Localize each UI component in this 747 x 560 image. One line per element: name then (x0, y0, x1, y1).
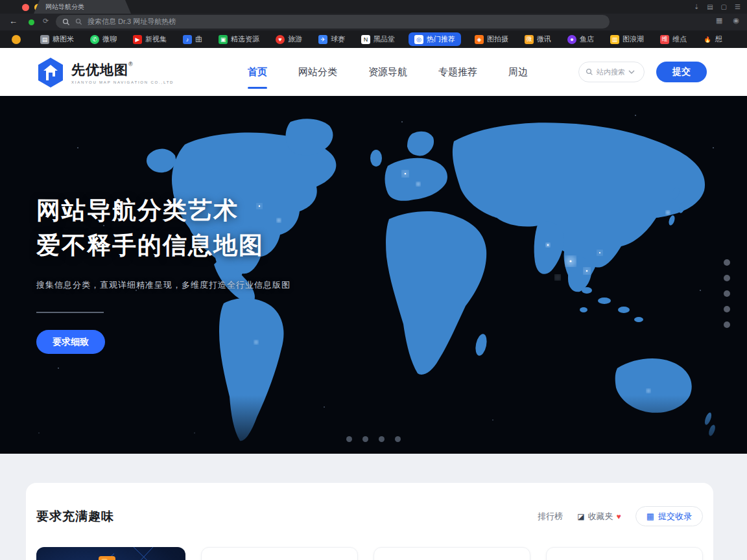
status-dot-icon (29, 19, 34, 25)
feature-image-card[interactable] (36, 547, 185, 560)
header-search-select[interactable]: 站内搜索 (578, 62, 645, 82)
carousel-dot[interactable] (346, 436, 352, 442)
bookmark-label: 新视集 (145, 34, 167, 44)
toolbar-icon[interactable]: ◉ (733, 16, 739, 25)
carousel-dot[interactable] (379, 436, 385, 442)
browser-tab[interactable]: 网站导航分类 (34, 0, 131, 14)
search-label: 站内搜索 (597, 67, 625, 77)
search-icon-small (75, 18, 82, 25)
bookmark-favicon: N (361, 35, 370, 44)
browser-icon[interactable]: ⇣ (694, 2, 699, 12)
bookmark-item[interactable]: ✈ 球赛 (316, 32, 348, 46)
bookmark-item[interactable]: ▣ 精选资源 (216, 32, 262, 46)
side-dot[interactable] (724, 290, 730, 297)
bookmark-favicon: ▣ (219, 35, 228, 44)
browser-icon[interactable]: ▢ (721, 2, 727, 12)
content-area: 要求充满趣味 排行榜 ◪ 收藏夹 ♥ ▦ 提交收录 (0, 454, 747, 560)
bookmark-item[interactable]: 维 维点 (658, 32, 689, 46)
bookmark-item[interactable] (9, 33, 27, 46)
bookmark-label: 黑品堂 (374, 34, 395, 44)
bookmark-item[interactable]: ✆ 微聊 (88, 32, 119, 46)
bookmark-label: 热门推荐 (427, 34, 455, 44)
3d-render-graphic (36, 547, 185, 560)
favorites-link[interactable]: ◪ 收藏夹 ♥ (577, 511, 621, 522)
submit-site-button[interactable]: ▦ 提交收录 (635, 506, 703, 526)
hero-side-dots (724, 259, 730, 328)
bookmark-favicon: ♪ (183, 35, 192, 44)
bookmark-favicon: ◎ (414, 35, 423, 44)
bookmark-item[interactable]: ▤ 糖图米 (38, 32, 77, 46)
browser-icon[interactable]: ▤ (707, 2, 713, 12)
section-header: 要求充满趣味 排行榜 ◪ 收藏夹 ♥ ▦ 提交收录 (36, 506, 703, 526)
bookmark-item[interactable]: 🔥 想 (700, 32, 725, 46)
search-icon (586, 68, 593, 76)
reload-icon[interactable]: ⟳ (43, 17, 49, 25)
bookmark-favicon (12, 35, 21, 44)
bookmark-item[interactable]: ▥ 图浪潮 (608, 32, 646, 46)
hero-title-line2: 爱不释手的信息地图 (36, 228, 290, 263)
bookmark-label: 微聊 (102, 34, 117, 44)
bookmark-item[interactable]: ● 鱼店 (565, 32, 597, 46)
side-dot[interactable] (724, 275, 730, 281)
feature-card[interactable]: 细节目录 (374, 547, 530, 560)
nav-item[interactable]: 首页 (246, 61, 268, 84)
bookmark-label: 微讯 (537, 34, 551, 44)
nav-item[interactable]: 资源导航 (367, 61, 409, 84)
logo-name: 先优地图 (71, 62, 128, 77)
carousel-dot[interactable] (395, 436, 401, 442)
hero-cta-button[interactable]: 要求细致 (36, 330, 105, 354)
hero-title-line1: 网站导航分类艺术 (36, 193, 290, 228)
favicon-glyph: ✈ (320, 36, 326, 43)
browser-toolbar: ← ⟳ 搜索信息 Dr.3 网址导航热榜 ▦◉ (0, 14, 747, 30)
bookmark-label: 想 (715, 34, 722, 44)
close-window-button[interactable] (22, 4, 29, 11)
bookmark-favicon: ✈ (318, 35, 327, 44)
url-text: 搜索信息 Dr.3 网址导航热榜 (88, 17, 176, 27)
tab-title: 网站导航分类 (45, 3, 84, 12)
feature-card[interactable]: 造物指南 (201, 547, 358, 560)
favicon-glyph: ▤ (42, 36, 48, 43)
bookmark-item[interactable]: ◈ 图拍摄 (472, 32, 511, 46)
side-dot[interactable] (724, 321, 730, 328)
bookmark-favicon: ▶ (133, 35, 142, 44)
bookmark-label: 维点 (672, 34, 687, 44)
nav-item[interactable]: 网站分类 (297, 61, 338, 84)
search-icon (62, 18, 70, 26)
bookmark-item[interactable]: N 黑品堂 (359, 32, 397, 46)
toolbar-icon[interactable]: ▦ (716, 16, 722, 25)
hero-subtitle: 搜集信息分类，直观详细精准呈现，多维度打造全行业信息版图 (36, 279, 290, 291)
submit-button[interactable]: 提交 (656, 62, 707, 82)
side-dot[interactable] (724, 259, 730, 266)
favicon-glyph: 微 (527, 35, 532, 43)
feature-card[interactable]: 细节清晰 (546, 547, 703, 560)
bookmark-favicon: ♥ (276, 35, 285, 44)
toolbar-right-icons: ▦◉ (716, 16, 739, 25)
bookmark-item[interactable]: ♥ 旅游 (273, 32, 305, 46)
bookmark-item[interactable]: 微 微讯 (522, 32, 554, 46)
url-bar[interactable]: 搜索信息 Dr.3 网址导航热榜 (56, 15, 610, 29)
bookmark-item[interactable]: ◎ 热门推荐 (409, 32, 461, 46)
bookmark-label: 鱼店 (580, 34, 594, 44)
hero-bottom-fade (0, 395, 747, 454)
bookmark-label: 图浪潮 (622, 34, 644, 44)
favicon-glyph: 🔥 (704, 36, 711, 43)
bookmark-item[interactable]: ▶ 新视集 (130, 32, 169, 46)
back-icon[interactable]: ← (9, 16, 18, 26)
bookmark-favicon: 微 (525, 35, 534, 44)
browser-topbar-icons: ⇣▤▢☰ (694, 2, 741, 12)
hero-divider (36, 312, 104, 313)
favicon-glyph: ▣ (220, 36, 226, 43)
favicon-glyph: N (364, 36, 368, 43)
favicon-glyph: ◈ (477, 36, 482, 43)
site-header: 先优地图® XIANYOU MAP NAVIGATION CO.,LTD 首页 … (0, 48, 747, 96)
ranking-link[interactable]: 排行榜 (538, 511, 563, 522)
side-dot[interactable] (724, 306, 730, 312)
nav-item[interactable]: 专题推荐 (437, 61, 479, 84)
browser-icon[interactable]: ☰ (735, 2, 741, 12)
favicon-glyph: ✆ (92, 36, 97, 43)
nav-item[interactable]: 周边 (507, 61, 529, 84)
bookmark-item[interactable]: ♪ 曲 (180, 32, 205, 46)
site-logo[interactable]: 先优地图® XIANYOU MAP NAVIGATION CO.,LTD (36, 57, 174, 88)
bookmark-favicon: ✆ (90, 35, 99, 44)
carousel-dot[interactable] (362, 436, 368, 442)
